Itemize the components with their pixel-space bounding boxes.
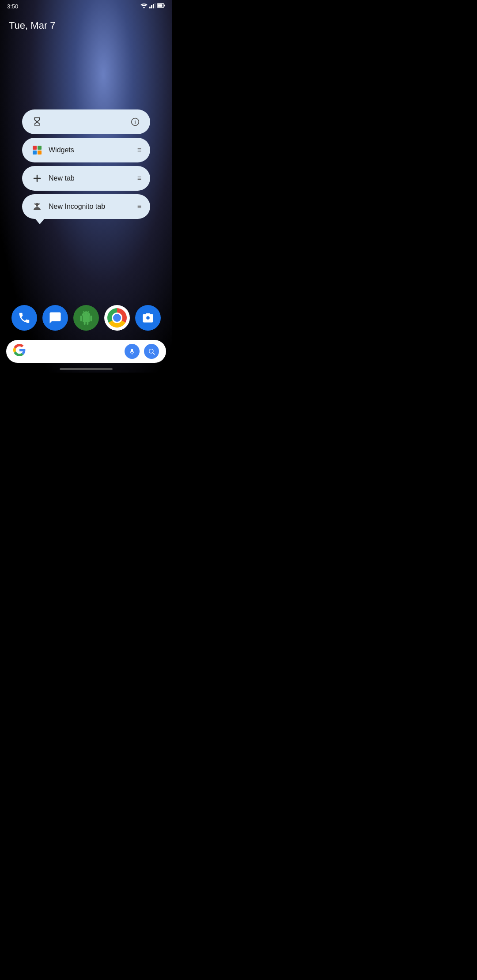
wifi-icon: [140, 3, 148, 10]
new-tab-label: New tab: [49, 174, 75, 182]
lens-search-button[interactable]: [144, 344, 159, 359]
menu-item-left-1: Widgets: [31, 144, 74, 156]
menu-item-incognito[interactable]: New Incognito tab ≡: [22, 194, 150, 219]
info-icon[interactable]: i: [129, 116, 141, 128]
svg-rect-11: [33, 151, 37, 155]
svg-rect-0: [149, 7, 151, 8]
incognito-icon: [31, 200, 43, 213]
voice-search-button[interactable]: [125, 344, 140, 359]
navigation-bar: [60, 368, 113, 370]
menu-item-left-2: New tab: [31, 172, 75, 185]
svg-rect-18: [34, 204, 40, 204]
menu-item-app-shortcut[interactable]: i: [22, 109, 150, 134]
menu-item-left-3: New Incognito tab: [31, 200, 105, 213]
svg-rect-10: [38, 146, 42, 150]
incognito-drag-handle: ≡: [137, 203, 141, 211]
dock-android[interactable]: [73, 305, 99, 331]
signal-icon: [149, 3, 155, 10]
svg-rect-2: [153, 4, 154, 8]
svg-rect-9: [33, 146, 37, 150]
widgets-icon: [31, 144, 43, 156]
dock-camera[interactable]: [135, 305, 161, 331]
date-display: Tue, Mar 7: [9, 20, 56, 31]
svg-text:i: i: [134, 119, 136, 124]
menu-item-new-tab[interactable]: New tab ≡: [22, 166, 150, 191]
widgets-label: Widgets: [49, 146, 74, 154]
svg-point-17: [38, 205, 40, 207]
svg-rect-1: [151, 5, 152, 8]
hourglass-icon: [31, 116, 43, 128]
svg-line-20: [153, 353, 155, 354]
dock: [0, 305, 172, 331]
widgets-drag-handle: ≡: [137, 146, 141, 154]
svg-rect-5: [158, 4, 163, 7]
menu-item-widgets[interactable]: Widgets ≡: [22, 138, 150, 162]
new-tab-icon: [31, 172, 43, 185]
context-menu: i Widgets ≡: [22, 109, 150, 222]
status-icons: [140, 3, 165, 10]
svg-rect-6: [164, 5, 165, 7]
menu-item-left-0: [31, 116, 43, 128]
battery-icon: [157, 3, 165, 9]
google-logo: [13, 344, 26, 359]
google-search-bar[interactable]: [6, 340, 166, 363]
status-time: 3:50: [7, 3, 18, 10]
svg-rect-3: [155, 3, 155, 8]
svg-point-16: [34, 205, 36, 207]
status-bar: 3:50: [0, 0, 172, 12]
chrome-icon: [107, 308, 127, 328]
dock-phone[interactable]: [11, 305, 37, 331]
new-tab-drag-handle: ≡: [137, 174, 141, 182]
dock-chrome[interactable]: [104, 305, 130, 331]
svg-rect-12: [38, 151, 42, 155]
incognito-label: New Incognito tab: [49, 203, 105, 211]
dock-messages[interactable]: [42, 305, 68, 331]
